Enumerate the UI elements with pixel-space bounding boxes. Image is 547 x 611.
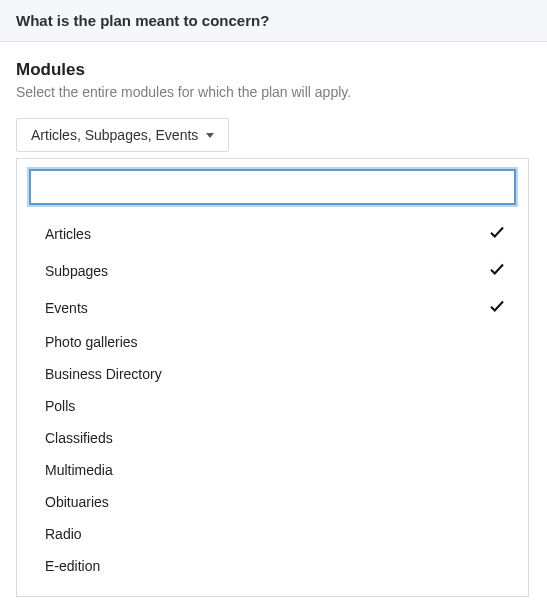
modules-search-input[interactable] — [29, 169, 516, 205]
modules-option[interactable]: Classifieds — [29, 422, 516, 454]
modules-dropdown-label: Articles, Subpages, Events — [31, 127, 198, 143]
check-icon — [488, 260, 506, 281]
section-title: Modules — [16, 60, 531, 80]
modules-option-label: Subpages — [45, 263, 108, 279]
modules-option[interactable]: Polls — [29, 390, 516, 422]
modules-dropdown-button[interactable]: Articles, Subpages, Events — [16, 118, 229, 152]
modules-option[interactable]: Obituaries — [29, 486, 516, 518]
check-icon — [488, 223, 506, 244]
modules-option[interactable]: Articles — [29, 215, 516, 252]
modules-option-label: Radio — [45, 526, 82, 542]
modules-option[interactable]: E-edition — [29, 550, 516, 582]
modules-option-label: Multimedia — [45, 462, 113, 478]
content-area: Modules Select the entire modules for wh… — [0, 42, 547, 597]
modules-option-label: Polls — [45, 398, 75, 414]
modules-option[interactable]: Business Directory — [29, 358, 516, 390]
modules-option-label: Events — [45, 300, 88, 316]
modules-option-label: Articles — [45, 226, 91, 242]
modules-option-label: Photo galleries — [45, 334, 138, 350]
section-description: Select the entire modules for which the … — [16, 84, 531, 100]
modules-option-label: Classifieds — [45, 430, 113, 446]
modules-dropdown-panel: ArticlesSubpagesEventsPhoto galleriesBus… — [16, 158, 529, 597]
check-icon — [488, 297, 506, 318]
caret-down-icon — [206, 133, 214, 138]
modules-option[interactable]: Events — [29, 289, 516, 326]
modules-option[interactable]: Subpages — [29, 252, 516, 289]
page-title: What is the plan meant to concern? — [16, 12, 531, 29]
modules-option-label: Obituaries — [45, 494, 109, 510]
header-bar: What is the plan meant to concern? — [0, 0, 547, 42]
modules-option-list: ArticlesSubpagesEventsPhoto galleriesBus… — [29, 215, 516, 582]
modules-option[interactable]: Radio — [29, 518, 516, 550]
modules-option[interactable]: Photo galleries — [29, 326, 516, 358]
modules-option-label: E-edition — [45, 558, 100, 574]
modules-option[interactable]: Multimedia — [29, 454, 516, 486]
modules-option-label: Business Directory — [45, 366, 162, 382]
